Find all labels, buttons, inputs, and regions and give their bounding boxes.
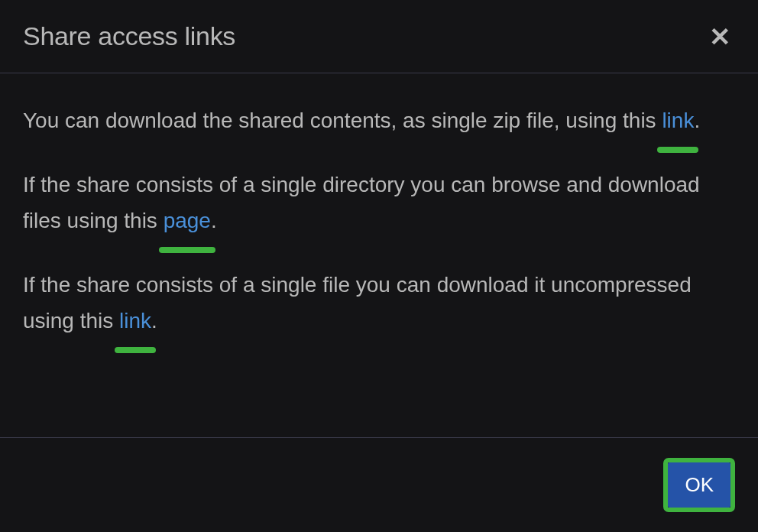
modal-title: Share access links xyxy=(23,21,235,51)
browse-directory-text: If the share consists of a single direct… xyxy=(23,167,735,239)
text-segment: If the share consists of a single direct… xyxy=(23,173,700,233)
text-segment: . xyxy=(151,309,157,332)
text-segment: You can download the shared contents, as… xyxy=(23,109,662,132)
ok-button-highlight: OK xyxy=(663,458,735,512)
text-segment: . xyxy=(694,109,700,132)
modal-body: You can download the shared contents, as… xyxy=(0,73,758,437)
modal-header: Share access links ✕ xyxy=(0,0,758,73)
download-zip-link[interactable]: link xyxy=(662,102,694,139)
close-icon: ✕ xyxy=(709,22,730,51)
close-button[interactable]: ✕ xyxy=(705,24,735,50)
download-uncompressed-text: If the share consists of a single file y… xyxy=(23,267,735,339)
text-segment: . xyxy=(211,209,217,232)
share-access-links-modal: Share access links ✕ You can download th… xyxy=(0,0,758,532)
browse-directory-link[interactable]: page xyxy=(164,203,211,239)
download-zip-text: You can download the shared contents, as… xyxy=(23,102,735,139)
ok-button[interactable]: OK xyxy=(668,462,730,508)
download-uncompressed-link[interactable]: link xyxy=(119,303,151,339)
modal-footer: OK xyxy=(0,437,758,532)
